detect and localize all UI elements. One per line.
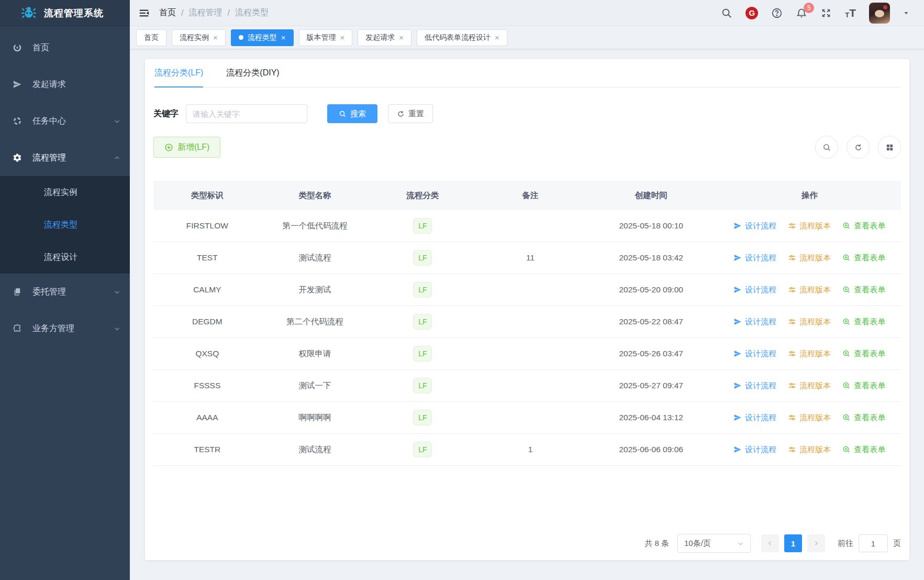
breadcrumb-home[interactable]: 首页 <box>159 7 176 18</box>
design-flow-link[interactable]: 设计流程 <box>733 413 776 423</box>
design-flow-link[interactable]: 设计流程 <box>733 317 776 327</box>
goto-page-input[interactable] <box>859 534 888 552</box>
help-icon[interactable] <box>771 7 783 19</box>
design-flow-link[interactable]: 设计流程 <box>733 221 776 231</box>
cell-type-name: 测试流程 <box>261 444 369 455</box>
action-label: 设计流程 <box>745 253 776 263</box>
flow-version-link[interactable]: 流程版本 <box>788 317 831 327</box>
view-form-link[interactable]: 查看表单 <box>842 445 885 455</box>
view-form-link[interactable]: 查看表单 <box>842 317 885 327</box>
topbar: 首页 / 流程管理 / 流程类型 G 5 TT <box>130 0 924 26</box>
flow-version-link[interactable]: 流程版本 <box>788 285 831 295</box>
paper-plane-icon <box>733 381 742 390</box>
page-size-select[interactable]: 10条/页 <box>677 534 751 553</box>
header-actions: 操作 <box>718 190 901 201</box>
tab-version-management[interactable]: 版本管理 × <box>299 29 353 46</box>
tab-process-instance[interactable]: 流程实例 × <box>172 29 226 46</box>
sidebar-item-task-center[interactable]: 任务中心 <box>0 103 130 139</box>
tab-label: 首页 <box>144 33 159 42</box>
fullscreen-icon[interactable] <box>820 7 832 19</box>
sidebar-item-business-party-management[interactable]: 业务方管理 <box>0 310 130 347</box>
sidebar-menu: 首页 发起请求 任务中心 流程管理 流程实例 <box>0 26 130 347</box>
cell-type-name: 权限申请 <box>261 348 369 359</box>
table-refresh-button[interactable] <box>847 136 870 159</box>
sidebar-item-delegation-management[interactable]: 委托管理 <box>0 273 130 310</box>
action-label: 流程版本 <box>799 285 831 295</box>
total-count: 共 8 条 <box>644 539 669 549</box>
prev-page-button[interactable] <box>761 534 779 552</box>
collapse-sidebar-icon[interactable] <box>138 7 150 19</box>
sidebar-item-home[interactable]: 首页 <box>0 29 130 66</box>
sidebar-item-process-instance[interactable]: 流程实例 <box>0 176 130 209</box>
close-icon[interactable]: × <box>213 34 218 41</box>
flow-version-link[interactable]: 流程版本 <box>788 413 831 423</box>
cell-type-code: AAAA <box>153 413 261 422</box>
notifications-button[interactable]: 5 <box>796 7 807 19</box>
search-icon <box>339 110 347 118</box>
keyword-label: 关键字 <box>153 108 179 119</box>
close-icon[interactable]: × <box>340 34 345 41</box>
design-flow-link[interactable]: 设计流程 <box>733 445 776 455</box>
design-flow-link[interactable]: 设计流程 <box>733 253 776 263</box>
chevron-right-icon <box>813 540 819 546</box>
zoom-in-icon <box>842 222 851 230</box>
table-columns-button[interactable] <box>878 136 901 159</box>
user-avatar[interactable] <box>869 3 890 24</box>
add-button-label: 新增(LF) <box>177 142 209 153</box>
view-form-link[interactable]: 查看表单 <box>842 349 885 359</box>
search-button[interactable]: 搜索 <box>327 104 377 123</box>
view-form-link[interactable]: 查看表单 <box>842 253 885 263</box>
close-icon[interactable]: × <box>495 34 499 41</box>
close-icon[interactable]: × <box>399 34 404 41</box>
table-row: FSSSS 测试一下 LF 2025-05-27 09:47 设计流程 流程版本 <box>153 370 901 402</box>
sidebar-item-process-management[interactable]: 流程管理 <box>0 139 130 176</box>
view-form-link[interactable]: 查看表单 <box>842 413 885 423</box>
view-form-link[interactable]: 查看表单 <box>842 381 885 391</box>
sidebar-item-label: 流程设计 <box>44 252 77 263</box>
table-search-toggle-button[interactable] <box>815 136 838 159</box>
paper-plane-icon <box>13 80 22 89</box>
flow-version-link[interactable]: 流程版本 <box>788 349 831 359</box>
design-flow-link[interactable]: 设计流程 <box>733 285 776 295</box>
view-form-link[interactable]: 查看表单 <box>842 221 885 231</box>
subtab-lf[interactable]: 流程分类(LF) <box>154 68 203 87</box>
tab-label: 低代码表单流程设计 <box>425 33 491 42</box>
sidebar: 流程管理系统 首页 发起请求 任务中心 流程管理 <box>0 0 130 580</box>
tab-start-request[interactable]: 发起请求 × <box>358 29 411 46</box>
dashboard-icon <box>13 43 22 52</box>
add-lf-button[interactable]: 新增(LF) <box>153 137 220 158</box>
search-icon[interactable] <box>721 7 732 19</box>
cell-actions: 设计流程 流程版本 查看表单 <box>718 285 901 295</box>
close-icon[interactable]: × <box>281 34 286 41</box>
tab-process-type[interactable]: 流程类型 × <box>231 29 294 46</box>
tab-home[interactable]: 首页 <box>136 29 166 46</box>
flow-version-link[interactable]: 流程版本 <box>788 253 831 263</box>
next-page-button[interactable] <box>807 534 825 552</box>
goto-label: 前往 <box>838 539 853 549</box>
avatar-caret-icon[interactable] <box>903 10 909 16</box>
table-row: FIRSTLOW 第一个低代码流程 LF 2025-05-18 00:10 设计… <box>153 210 901 242</box>
sidebar-item-process-design[interactable]: 流程设计 <box>0 241 130 273</box>
action-label: 设计流程 <box>745 349 776 359</box>
sidebar-item-start-request[interactable]: 发起请求 <box>0 66 130 103</box>
flow-version-link[interactable]: 流程版本 <box>788 221 831 231</box>
page-1-button[interactable]: 1 <box>784 534 802 552</box>
flow-version-link[interactable]: 流程版本 <box>788 381 831 391</box>
category-tag: LF <box>413 282 432 298</box>
font-size-icon[interactable]: TT <box>845 7 856 18</box>
topbar-actions: G 5 TT <box>721 3 909 24</box>
design-flow-link[interactable]: 设计流程 <box>733 381 776 391</box>
reset-button[interactable]: 重置 <box>388 104 433 123</box>
breadcrumb-process-type: 流程类型 <box>235 7 269 18</box>
keyword-input[interactable] <box>186 104 307 123</box>
view-form-link[interactable]: 查看表单 <box>842 285 885 295</box>
gitee-letter: G <box>749 8 755 17</box>
action-label: 设计流程 <box>745 317 776 327</box>
sidebar-item-process-type[interactable]: 流程类型 <box>0 209 130 241</box>
subtab-diy[interactable]: 流程分类(DIY) <box>226 68 279 87</box>
flow-version-link[interactable]: 流程版本 <box>788 445 831 455</box>
design-flow-link[interactable]: 设计流程 <box>733 349 776 359</box>
tab-lowcode-form-design[interactable]: 低代码表单流程设计 × <box>417 29 507 46</box>
gitee-icon[interactable]: G <box>745 7 758 19</box>
subtab-label: 流程分类(LF) <box>154 68 203 77</box>
